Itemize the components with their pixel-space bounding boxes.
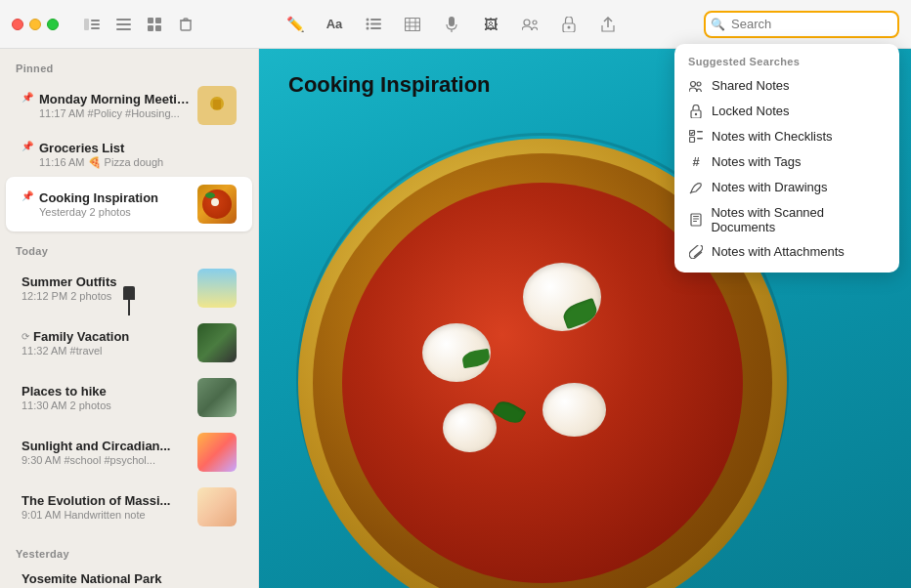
- svg-point-34: [695, 112, 697, 114]
- note-text-hike: Places to hike 11:30 AM 2 photos: [22, 384, 190, 411]
- svg-rect-25: [449, 17, 455, 26]
- note-text-summer: Summer Outfits 12:12 PM 2 photos: [22, 274, 190, 302]
- svg-rect-6: [116, 28, 131, 30]
- note-item-groceries[interactable]: 📌 Groceries List 11:16 AM 🍕 Pizza dough: [6, 133, 252, 177]
- search-dropdown: Suggested Searches Shared Notes: [674, 44, 899, 273]
- format-button[interactable]: Aa: [323, 13, 346, 36]
- lock-button[interactable]: [557, 13, 581, 36]
- note-item-family[interactable]: ⟳ Family Vacation 11:32 AM #travel: [6, 315, 252, 370]
- note-title-groceries: Groceries List: [39, 141, 237, 155]
- note-text-groceries: Groceries List 11:16 AM 🍕 Pizza dough: [39, 141, 237, 169]
- note-item-hike[interactable]: Places to hike 11:30 AM 2 photos: [6, 370, 252, 425]
- dropdown-label-tags: Notes with Tags: [712, 154, 802, 169]
- note-title-summer: Summer Outfits: [22, 274, 190, 289]
- mozzarella-4: [443, 403, 497, 452]
- svg-rect-15: [370, 19, 381, 21]
- dropdown-label-locked: Locked Notes: [712, 104, 790, 118]
- note-meta-groceries: 11:16 AM 🍕 Pizza dough: [39, 156, 237, 169]
- close-button[interactable]: [12, 19, 23, 30]
- dropdown-label-scanned: Notes with Scanned Documents: [711, 205, 886, 234]
- svg-rect-1: [91, 20, 100, 21]
- dropdown-item-drawings[interactable]: Notes with Drawings: [674, 175, 899, 200]
- note-item-cooking[interactable]: 📌 Cooking Inspiration Yesterday 2 photos: [6, 177, 252, 231]
- svg-rect-9: [148, 25, 153, 31]
- dropdown-item-checklists[interactable]: Notes with Checklists: [674, 124, 899, 149]
- dropdown-item-scanned[interactable]: Notes with Scanned Documents: [674, 200, 899, 239]
- search-container: 🔍 Suggested Searches Shared Notes: [704, 11, 899, 38]
- dropdown-label-drawings: Notes with Drawings: [712, 180, 828, 194]
- svg-rect-42: [693, 221, 697, 222]
- svg-rect-2: [91, 23, 100, 25]
- dropdown-item-tags[interactable]: # Notes with Tags: [674, 149, 899, 175]
- dropdown-item-shared[interactable]: Shared Notes: [674, 73, 899, 99]
- svg-point-18: [367, 27, 369, 30]
- svg-rect-8: [155, 18, 161, 23]
- table-button[interactable]: [401, 13, 424, 36]
- locked-notes-icon: [688, 104, 704, 119]
- minimize-button[interactable]: [29, 19, 41, 30]
- dropdown-item-locked[interactable]: Locked Notes: [674, 99, 899, 124]
- note-item-evolution[interactable]: The Evolution of Massi... 9:01 AM Handwr…: [6, 480, 252, 534]
- checklists-icon: [688, 129, 704, 145]
- dropdown-item-attachments[interactable]: Notes with Attachments: [674, 239, 899, 265]
- attachments-icon: [688, 244, 704, 260]
- pin-icon-monday: 📌: [22, 92, 33, 103]
- note-title-hike: Places to hike: [22, 384, 190, 399]
- svg-rect-17: [370, 23, 381, 25]
- fullscreen-button[interactable]: [47, 19, 59, 30]
- note-thumb-sunlight: [197, 433, 237, 472]
- note-meta-evolution: 9:01 AM Handwritten note: [22, 509, 190, 521]
- note-title-yosemite: Yosemite National Park: [22, 571, 237, 586]
- list-view-button[interactable]: [109, 11, 137, 38]
- share-button[interactable]: [596, 13, 620, 36]
- collab-button[interactable]: [518, 13, 542, 36]
- note-thumb-evolution: [197, 487, 237, 526]
- audio-button[interactable]: [440, 13, 463, 36]
- svg-rect-44: [213, 100, 221, 109]
- note-title-family: Family Vacation: [33, 329, 129, 344]
- mozzarella-3: [542, 383, 606, 437]
- search-input[interactable]: [704, 11, 899, 38]
- dropdown-header: Suggested Searches: [674, 52, 899, 73]
- note-title-cooking: Cooking Inspiration: [39, 190, 190, 205]
- note-item-yosemite[interactable]: Yosemite National Park: [6, 564, 252, 588]
- svg-point-16: [367, 22, 369, 25]
- svg-rect-11: [181, 21, 191, 30]
- svg-rect-7: [148, 18, 153, 23]
- sidebar-toggle-group: [78, 11, 199, 38]
- svg-rect-0: [84, 19, 89, 30]
- note-item-sunlight[interactable]: Sunlight and Circadian... 9:30 AM #schoo…: [6, 425, 252, 480]
- note-text-yosemite: Yosemite National Park: [22, 571, 237, 586]
- note-text-cooking: Cooking Inspiration Yesterday 2 photos: [39, 190, 190, 218]
- shared-notes-icon: [688, 78, 704, 94]
- media-button[interactable]: 🖼: [479, 13, 502, 36]
- note-item-summer[interactable]: Summer Outfits 12:12 PM 2 photos: [6, 261, 252, 315]
- svg-rect-3: [91, 27, 100, 29]
- list-format-button[interactable]: [362, 13, 385, 36]
- note-thumb-summer: [197, 269, 237, 308]
- svg-rect-5: [116, 23, 131, 25]
- svg-point-30: [568, 25, 571, 28]
- note-text-sunlight: Sunlight and Circadian... 9:30 AM #schoo…: [22, 439, 190, 466]
- sidebar: Pinned 📌 Monday Morning Meeting 11:17 AM…: [0, 49, 259, 588]
- scanned-docs-icon: [688, 212, 703, 228]
- note-title-sunlight: Sunlight and Circadian...: [22, 439, 190, 453]
- traffic-lights: [12, 19, 59, 30]
- dropdown-label-checklists: Notes with Checklists: [712, 129, 833, 144]
- new-note-button[interactable]: ✏️: [283, 13, 307, 36]
- note-item-monday[interactable]: 📌 Monday Morning Meeting 11:17 AM #Polic…: [6, 78, 252, 133]
- note-meta-sunlight: 9:30 AM #school #psychol...: [22, 454, 190, 466]
- svg-point-32: [697, 82, 701, 86]
- note-viewer-title: Cooking Inspiration: [259, 49, 520, 113]
- drawings-icon: [688, 180, 704, 195]
- svg-rect-20: [406, 18, 420, 30]
- svg-rect-41: [693, 218, 699, 219]
- sidebar-toggle-button[interactable]: [78, 11, 106, 38]
- basil-2: [492, 397, 526, 427]
- svg-rect-36: [690, 138, 695, 143]
- note-thumb-family: [197, 323, 237, 362]
- delete-button[interactable]: [172, 11, 199, 38]
- note-text-monday: Monday Morning Meeting 11:17 AM #Policy …: [39, 92, 190, 119]
- svg-point-14: [367, 19, 369, 21]
- grid-view-button[interactable]: [141, 11, 168, 38]
